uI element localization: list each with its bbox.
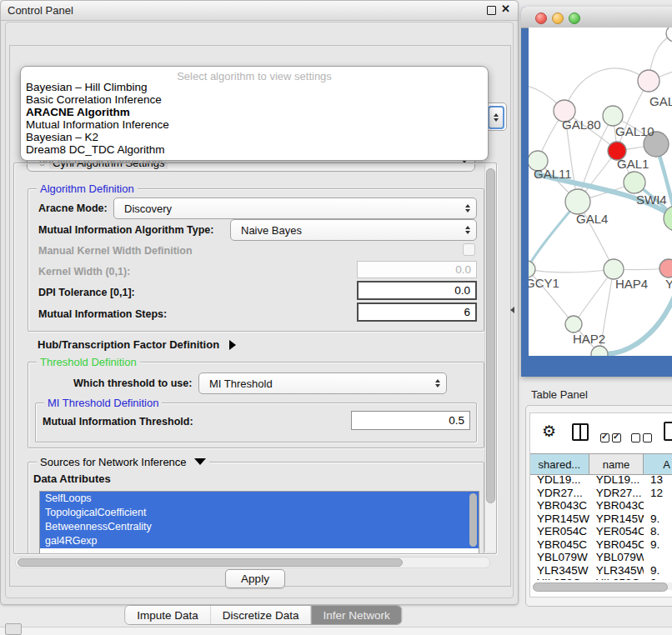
- manual-kernel-checkbox[interactable]: [463, 243, 475, 256]
- chevron-right-icon: [229, 340, 236, 350]
- table-cell: YDL19...: [530, 473, 589, 487]
- network-node[interactable]: [529, 261, 535, 278]
- table-cell: YPR145W: [589, 512, 644, 526]
- network-node[interactable]: [603, 106, 623, 126]
- zoom-traffic-light-icon[interactable]: [569, 12, 580, 24]
- mi-threshold-field[interactable]: [351, 411, 470, 430]
- node-label: SWI4: [636, 192, 667, 207]
- data-attributes-list: SelfLoopsTopologicalCoefficientBetweenne…: [39, 491, 479, 554]
- table-row[interactable]: YDR27...YDR27...12: [530, 487, 672, 500]
- algorithm-definition-title: Algorithm Definition: [37, 182, 138, 195]
- splitter-collapse-arrow[interactable]: [510, 307, 514, 313]
- table-horizontal-scrollbar[interactable]: [533, 582, 672, 590]
- network-node[interactable]: [638, 70, 659, 92]
- columns-icon[interactable]: [572, 423, 589, 441]
- attributes-scrollbar[interactable]: [469, 493, 477, 547]
- table-cell: YER054C: [589, 525, 644, 538]
- column-header-name[interactable]: name: [589, 454, 644, 474]
- network-node[interactable]: [659, 259, 672, 278]
- table-cell: YPR145W: [530, 512, 589, 526]
- network-graph: GALGAL80GAL10GAL1GAL11SWI4GAL4GCY1HAP4YH…: [529, 28, 672, 356]
- node-label: Y: [665, 277, 672, 291]
- table-cell: YBR043C: [530, 499, 589, 512]
- mi-steps-field[interactable]: [357, 302, 477, 322]
- sources-title-row[interactable]: Sources for Network Inference: [37, 456, 209, 468]
- attribute-list-item[interactable]: gal4RGexp: [40, 534, 479, 548]
- node-label: GAL10: [615, 124, 654, 138]
- table-row[interactable]: YIL052CYIL052C9: [530, 577, 672, 580]
- table-cell: 9.: [644, 512, 672, 526]
- algorithm-option[interactable]: ARACNE Algorithm: [24, 106, 484, 118]
- tab-discretize-data[interactable]: Discretize Data: [211, 606, 312, 624]
- mi-type-label: Mutual Information Algorithm Type:: [38, 224, 213, 236]
- node-label: HAP2: [573, 332, 605, 346]
- algorithm-definition-group: Algorithm Definition Aracne Mode: Discov…: [28, 188, 484, 332]
- algorithm-option-list: Bayesian – Hill ClimbingBasic Correlatio…: [24, 81, 484, 156]
- close-traffic-light-icon[interactable]: [535, 12, 547, 24]
- table-row[interactable]: YBR043CYBR043C: [530, 499, 672, 512]
- table-panel-title: Table Panel: [531, 388, 588, 401]
- gear-icon[interactable]: ⚙: [542, 423, 556, 439]
- network-edge[interactable]: [529, 269, 614, 272]
- algorithm-option[interactable]: Dream8 DC_TDC Algorithm: [24, 143, 484, 156]
- attribute-list-item[interactable]: TopologicalCoefficient: [40, 506, 479, 520]
- float-window-icon[interactable]: [487, 6, 496, 15]
- table-cell: YBR043C: [589, 499, 644, 512]
- node-label: GAL: [649, 94, 672, 108]
- node-label: GCY1: [529, 276, 559, 290]
- column-header-a[interactable]: A: [644, 454, 672, 474]
- node-label: HAP4: [615, 277, 648, 291]
- export-table-icon[interactable]: [664, 422, 672, 441]
- chevron-down-icon: [194, 458, 206, 465]
- dpi-tolerance-field[interactable]: [357, 281, 477, 300]
- table-row[interactable]: YDL19...YDL19...13: [530, 473, 672, 487]
- network-node[interactable]: [565, 189, 590, 214]
- algorithm-option[interactable]: Basic Correlation Inference: [24, 93, 484, 106]
- network-node[interactable]: [624, 172, 645, 193]
- attribute-list-item[interactable]: BetweennessCentrality: [40, 520, 479, 534]
- mi-type-combo[interactable]: Naive Bayes: [230, 219, 477, 241]
- network-node[interactable]: [565, 316, 582, 332]
- algorithm-option[interactable]: Bayesian – Hill Climbing: [24, 81, 484, 93]
- network-edge[interactable]: [599, 290, 672, 354]
- table-cell: YIL052C: [530, 577, 589, 580]
- network-node[interactable]: [666, 28, 672, 42]
- which-threshold-combo[interactable]: MI Threshold: [198, 372, 447, 394]
- table-cell: YDL19...: [589, 473, 644, 487]
- close-icon[interactable]: ✕: [501, 2, 510, 15]
- deselect-all-checkboxes-icon[interactable]: [631, 431, 654, 446]
- apply-button-label: Apply: [241, 572, 269, 585]
- settings-vertical-scrollbar[interactable]: [484, 165, 496, 552]
- hub-definition-toggle[interactable]: Hub/Transcription Factor Definition: [38, 338, 236, 351]
- apply-button[interactable]: Apply: [225, 569, 285, 588]
- table-row[interactable]: YBL079WYBL079W: [530, 551, 672, 564]
- screen: Control Panel ✕ NetworkStyleSelectCyni T…: [0, 0, 672, 635]
- mi-steps-label: Mutual Information Steps:: [38, 308, 167, 320]
- network-window-titlebar[interactable]: [521, 7, 672, 28]
- table-cell: [644, 499, 672, 512]
- algorithm-dropdown-popup: Select algorithm to view settings Bayesi…: [20, 66, 489, 161]
- table-row[interactable]: YLR345WYLR345W9.: [530, 564, 672, 578]
- combo-spinner-icon: [488, 106, 504, 129]
- threshold-definition-group: Threshold Definition Which threshold to …: [28, 362, 484, 448]
- tab-infer-network[interactable]: Infer Network: [311, 606, 401, 624]
- table-row[interactable]: YPR145WYPR145W9.: [530, 512, 672, 526]
- algorithm-option[interactable]: Bayesian – K2: [24, 131, 484, 143]
- select-all-checkboxes-icon[interactable]: [600, 431, 624, 446]
- control-panel-titlebar[interactable]: Control Panel ✕: [1, 1, 518, 21]
- table-panel-inner: ⚙ shared...nameA YDL19...YDL19...13YDR27…: [529, 412, 672, 598]
- attribute-list-item[interactable]: SelfLoops: [40, 492, 479, 506]
- tab-label: Discretize Data: [223, 609, 299, 622]
- aracne-mode-combo[interactable]: Discovery: [113, 198, 477, 219]
- settings-horizontal-scrollbar[interactable]: [15, 557, 490, 568]
- kernel-width-field[interactable]: [357, 261, 477, 278]
- network-canvas[interactable]: GALGAL80GAL10GAL1GAL11SWI4GAL4GCY1HAP4YH…: [529, 28, 672, 356]
- table-row[interactable]: YBR045CYBR045C9.: [530, 538, 672, 552]
- algorithm-option[interactable]: Mutual Information Inference: [24, 118, 484, 131]
- table-row[interactable]: YER054CYER054C8.: [530, 525, 672, 538]
- minimize-traffic-light-icon[interactable]: [552, 12, 564, 24]
- table-cell: YDR27...: [589, 487, 644, 500]
- minimized-panel-button[interactable]: [5, 623, 22, 635]
- tab-impute-data[interactable]: Impute Data: [125, 606, 211, 624]
- column-header-shared[interactable]: shared...: [530, 454, 589, 474]
